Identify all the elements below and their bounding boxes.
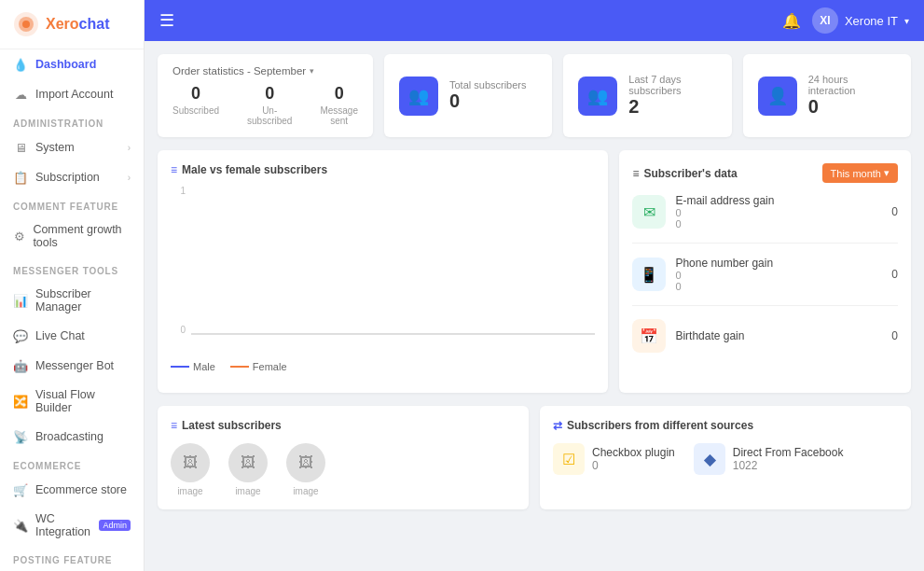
y-label-0: 0: [180, 325, 186, 335]
section-label-administration: Administration: [0, 109, 144, 132]
dropdown-icon: ▾: [884, 167, 890, 179]
section-label-ecommerce: ECOMMERCE: [0, 452, 144, 475]
sidebar-item-subscriber-manager[interactable]: 📊 Subscriber Manager: [0, 280, 144, 321]
unsubscribed-value: 0: [247, 84, 292, 104]
total-subscribers-icon-box: 👥: [399, 77, 438, 116]
main-area: ☰ 🔔 XI Xerone IT ▾ Order statistics - Se…: [145, 0, 924, 571]
system-icon: 🖥: [13, 140, 28, 155]
sidebar-item-visual-flow[interactable]: 🔀 Visual Flow Builder: [0, 381, 144, 422]
female-line: [230, 366, 249, 368]
bottom-row: ≡ Latest subscribers 🖼 image 🖼 im: [158, 406, 911, 509]
avatar-image-3: 🖼: [286, 443, 325, 482]
chart-bar-icon: ≡: [171, 163, 177, 176]
chart-baseline: [191, 333, 595, 334]
checkbox-count: 0: [592, 459, 675, 472]
user-menu[interactable]: XI Xerone IT ▾: [812, 7, 909, 34]
unsubscribed-label: Un-subscribed: [247, 105, 292, 126]
chart-legend: Male Female: [171, 361, 595, 372]
order-stats-title: Order statistics - September: [172, 65, 306, 77]
section-label-comment: COMMENT FEATURE: [0, 192, 144, 216]
last7days-icon-box: 👥: [578, 77, 617, 116]
latest-subs-title-text: Latest subscribers: [182, 419, 282, 432]
stats-top-row: Order statistics - September ▾ 0 Subscri…: [158, 54, 911, 137]
latest-subs-title: ≡ Latest subscribers: [171, 419, 516, 432]
subscriber-icon: 📊: [13, 293, 28, 308]
sidebar-item-label: Visual Flow Builder: [35, 388, 131, 414]
broadcast-icon: 📡: [13, 429, 28, 444]
sub-data-title-text: Subscriber's data: [643, 167, 737, 180]
source-checkbox-plugin: ☑ Checkbox plugin 0: [553, 443, 675, 475]
avatar-label-3: image: [293, 486, 318, 496]
24h-value: 0: [808, 96, 896, 118]
this-month-label: This month: [831, 168, 881, 179]
comment-icon: ⚙: [13, 229, 25, 244]
sidebar-item-system[interactable]: 🖥 System ›: [0, 132, 144, 162]
email-icon-box: ✉: [632, 195, 666, 229]
sidebar-item-ecommerce-store[interactable]: 🛒 Ecommerce store: [0, 475, 144, 505]
facebook-label: Direct From Facebook: [733, 446, 844, 459]
email-gain-label: E-mail address gain: [675, 194, 882, 207]
subscribed-stat: 0 Subscribed: [172, 84, 219, 126]
sidebar-item-comment-growth[interactable]: ⚙ Comment growth tools: [0, 216, 144, 257]
sidebar-item-label: WC Integration: [35, 512, 96, 538]
sub-data-icon: ≡: [632, 167, 639, 180]
sidebar-item-dashboard[interactable]: 💧 Dashboard: [0, 49, 144, 79]
email-icon: ✉: [643, 203, 655, 221]
topbar: ☰ 🔔 XI Xerone IT ▾: [145, 0, 924, 41]
sidebar-item-label: Ecommerce store: [35, 483, 127, 496]
hamburger-icon[interactable]: ☰: [159, 10, 174, 31]
latest-subs-icon: ≡: [171, 419, 177, 432]
sidebar-item-messenger-bot[interactable]: 🤖 Messenger Bot: [0, 351, 144, 381]
last7days-card: 👥 Last 7 days subscribers 2: [563, 54, 731, 137]
birthdate-gain-item: 📅 Birthdate gain 0: [632, 319, 898, 366]
email-gain-item: ✉ E-mail address gain 00 0: [632, 194, 898, 244]
email-gain-vals: 00: [675, 207, 882, 230]
store-icon: 🛒: [13, 482, 28, 497]
message-sent-label: Message sent: [320, 105, 358, 126]
sidebar-item-live-chat[interactable]: 💬 Live Chat: [0, 321, 144, 351]
import-icon: ☁: [13, 87, 28, 102]
avatar: XI: [812, 7, 838, 34]
sidebar-item-subscription[interactable]: 📋 Subscription ›: [0, 162, 144, 192]
subscription-icon: 📋: [13, 170, 28, 185]
total-subscribers-card: 👥 Total subscribers 0: [384, 54, 552, 137]
birthdate-gain-label: Birthdate gain: [675, 329, 882, 342]
stat-nums: 0 Subscribed 0 Un-subscribed 0 Message s…: [172, 84, 358, 126]
facebook-icon-box: ◆: [694, 443, 725, 475]
birthdate-icon: 📅: [640, 327, 658, 345]
chevron-right-icon: ›: [128, 173, 131, 183]
sidebar-item-import-account[interactable]: ☁ Import Account: [0, 79, 144, 109]
users-icon: 👥: [587, 86, 608, 106]
dropdown-arrow-icon[interactable]: ▾: [310, 66, 314, 76]
last7days-value: 2: [628, 96, 716, 118]
phone-gain-text: Phone number gain 00: [675, 257, 882, 292]
message-sent-stat: 0 Message sent: [320, 84, 358, 126]
facebook-icon: ◆: [704, 451, 715, 468]
user-name: Xerone IT: [845, 14, 898, 28]
24h-label: 24 hours interaction: [808, 74, 896, 96]
phone-gain-vals: 00: [675, 270, 882, 292]
section-label-posting: POSTING FEATURE: [0, 546, 144, 569]
avatar-label-1: image: [177, 486, 202, 496]
sidebar-item-broadcasting[interactable]: 📡 Broadcasting: [0, 422, 144, 452]
user-icon: 👤: [767, 86, 788, 106]
last7days-label: Last 7 days subscribers: [628, 74, 716, 96]
this-month-button[interactable]: This month ▾: [822, 163, 898, 183]
logo: Xerochat: [0, 0, 144, 49]
legend-female: Female: [230, 361, 287, 372]
24h-info: 24 hours interaction 0: [808, 74, 896, 118]
sidebar-item-wc-integration[interactable]: 🔌 WC Integration Admin: [0, 505, 144, 546]
avatar-label-2: image: [235, 486, 260, 496]
chart-y-axis: 1 0: [171, 186, 189, 335]
total-subscribers-info: Total subscribers 0: [449, 79, 527, 112]
subscriber-avatar-1: 🖼 image: [171, 443, 210, 496]
gender-chart-card: ≡ Male vs female subscribers 1 0 Male: [158, 150, 608, 393]
source-direct-facebook: ◆ Direct From Facebook 1022: [694, 443, 844, 475]
sources-icon: ⇄: [553, 419, 562, 432]
order-stats-header: Order statistics - September ▾: [172, 65, 358, 77]
legend-male: Male: [171, 361, 215, 372]
bell-icon[interactable]: 🔔: [782, 12, 801, 30]
subscriber-avatar-3: 🖼 image: [286, 443, 325, 496]
image-placeholder-icon: 🖼: [298, 454, 313, 471]
sidebar-item-label: Comment growth tools: [33, 223, 131, 249]
